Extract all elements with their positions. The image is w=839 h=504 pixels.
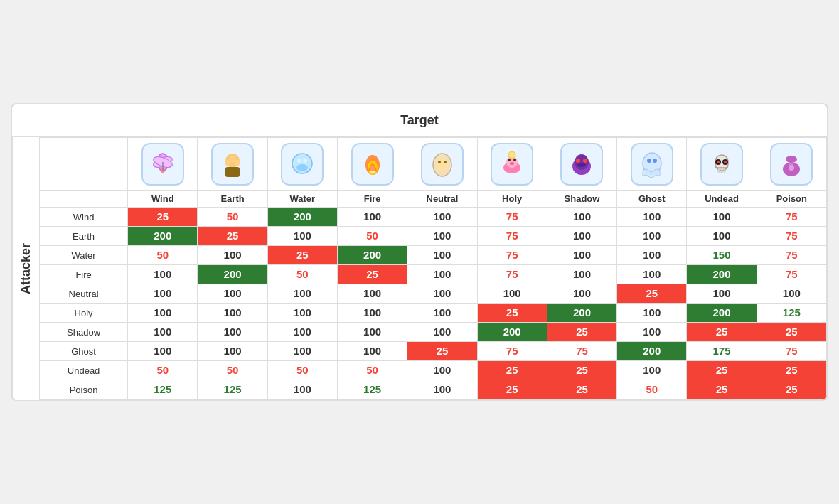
col-header-undead: Undead — [687, 191, 757, 208]
table-cell: 100 — [547, 246, 616, 265]
row-label-undead: Undead — [40, 361, 128, 380]
header-row: WindEarthWaterFireNeutralHolyShadowGhost… — [40, 191, 827, 208]
row-label-shadow: Shadow — [40, 323, 128, 342]
table-cell: 100 — [128, 304, 198, 323]
svg-point-26 — [508, 151, 515, 159]
table-row: Neutral10010010010010010010025100100 — [40, 284, 827, 304]
svg-point-8 — [225, 160, 230, 166]
table-cell: 100 — [337, 323, 407, 342]
table-cell: 75 — [757, 342, 826, 361]
table-cell: 25 — [757, 380, 826, 400]
table-row: Shadow100100100100100200251002525 — [40, 323, 827, 342]
table-cell: 125 — [128, 380, 198, 400]
table-cell: 175 — [687, 342, 757, 361]
table-cell: 100 — [267, 304, 337, 323]
svg-point-39 — [724, 161, 727, 163]
table-cell: 100 — [267, 342, 337, 361]
table-cell: 100 — [617, 227, 687, 246]
icon-poison — [757, 138, 826, 191]
table-cell: 25 — [267, 246, 337, 265]
row-label-wind: Wind — [40, 208, 128, 227]
table-cell: 50 — [617, 380, 687, 400]
target-header: Target — [12, 104, 827, 137]
icon-row — [40, 138, 827, 191]
table-cell: 25 — [407, 342, 477, 361]
table-cell: 100 — [547, 208, 616, 227]
table-cell: 25 — [547, 323, 616, 342]
col-header-shadow: Shadow — [547, 191, 616, 208]
svg-point-19 — [438, 161, 441, 163]
table-cell: 100 — [128, 342, 198, 361]
table-cell: 25 — [687, 323, 757, 342]
table-cell: 50 — [267, 361, 337, 380]
table-cell: 75 — [477, 227, 547, 246]
icon-earth — [198, 138, 267, 191]
table-row: Water50100252001007510010015075 — [40, 246, 827, 265]
table-cell: 200 — [547, 304, 616, 323]
table-cell: 100 — [617, 265, 687, 284]
table-cell: 100 — [407, 323, 477, 342]
table-cell: 25 — [547, 361, 616, 380]
main-layout: Attacker WindEarthWaterFireNeutralHolySh… — [12, 137, 827, 400]
table-row: Poison1251251001251002525502525 — [40, 380, 827, 400]
icon-fire — [337, 138, 407, 191]
col-header-poison: Poison — [757, 191, 826, 208]
table-cell: 75 — [477, 246, 547, 265]
table-cell: 100 — [198, 304, 267, 323]
col-header-fire: Fire — [337, 191, 407, 208]
table-cell: 75 — [757, 208, 826, 227]
svg-rect-42 — [724, 168, 725, 172]
table-cell: 100 — [407, 227, 477, 246]
table-cell: 50 — [128, 361, 198, 380]
svg-point-12 — [297, 159, 301, 163]
table-cell: 200 — [687, 304, 757, 323]
table-cell: 200 — [477, 323, 547, 342]
table-cell: 100 — [407, 208, 477, 227]
table-cell: 100 — [687, 284, 757, 304]
svg-point-9 — [235, 160, 240, 166]
table-cell: 25 — [337, 265, 407, 284]
table-row: Holy10010010010010025200100200125 — [40, 304, 827, 323]
svg-point-34 — [653, 159, 657, 163]
table-cell: 100 — [617, 323, 687, 342]
table-cell: 100 — [267, 284, 337, 304]
table-cell: 75 — [547, 342, 616, 361]
icon-neutral — [407, 138, 477, 191]
attacker-label: Attacker — [12, 137, 39, 400]
svg-point-18 — [437, 158, 448, 172]
main-container: Target Attacker WindEarthWaterFireNeutra… — [11, 103, 828, 401]
table-cell: 100 — [407, 304, 477, 323]
corner-cell — [40, 138, 128, 191]
table-cell: 100 — [617, 361, 687, 380]
svg-point-33 — [647, 159, 651, 163]
icon-water — [267, 138, 337, 191]
table-cell: 100 — [407, 284, 477, 304]
col-header-holy: Holy — [477, 191, 547, 208]
svg-rect-41 — [721, 168, 722, 173]
icon-undead — [687, 138, 757, 191]
table-cell: 200 — [198, 265, 267, 284]
table-cell: 200 — [128, 227, 198, 246]
row-label-ghost: Ghost — [40, 342, 128, 361]
table-cell: 50 — [128, 246, 198, 265]
table-cell: 75 — [477, 342, 547, 361]
table-container: WindEarthWaterFireNeutralHolyShadowGhost… — [39, 137, 827, 400]
svg-point-11 — [296, 164, 308, 171]
svg-rect-40 — [718, 168, 720, 172]
table-cell: 25 — [687, 361, 757, 380]
table-cell: 100 — [547, 265, 616, 284]
table-cell: 75 — [477, 208, 547, 227]
svg-point-25 — [510, 162, 514, 165]
table-cell: 100 — [757, 284, 826, 304]
table-cell: 100 — [337, 284, 407, 304]
table-cell: 75 — [477, 265, 547, 284]
svg-point-20 — [444, 161, 447, 163]
table-row: Earth20025100501007510010010075 — [40, 227, 827, 246]
col-header-water: Water — [267, 191, 337, 208]
icon-wind — [128, 138, 198, 191]
table-row: Wind25502001001007510010010075 — [40, 208, 827, 227]
table-cell: 25 — [128, 208, 198, 227]
table-cell: 25 — [617, 284, 687, 304]
table-cell: 100 — [407, 361, 477, 380]
table-row: Ghost10010010010025757520017575 — [40, 342, 827, 361]
